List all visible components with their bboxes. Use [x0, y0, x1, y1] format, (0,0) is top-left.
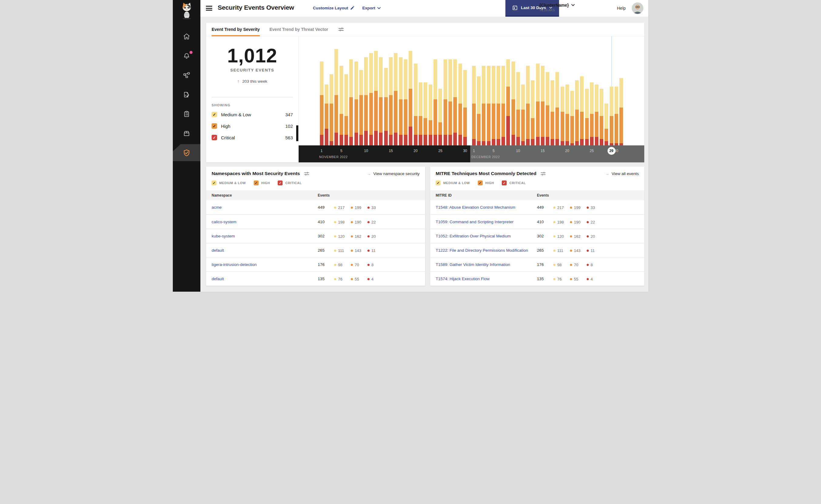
selected-day-marker[interactable]: 29	[607, 147, 615, 155]
row-name-link[interactable]: acme	[212, 205, 222, 210]
severity-filter-high[interactable]: ✓HIGH	[254, 181, 270, 185]
sidebar-item-compliance[interactable]	[173, 104, 200, 124]
bar-november-2[interactable]	[325, 85, 328, 145]
bar-december-27[interactable]	[600, 89, 603, 145]
bar-december-15[interactable]	[541, 66, 544, 145]
checkbox-checked-icon[interactable]: ✓	[212, 112, 217, 117]
sidebar-item-home[interactable]	[173, 27, 200, 46]
bar-november-22[interactable]	[424, 82, 427, 145]
row-name-link[interactable]: default	[212, 248, 224, 253]
row-name-link[interactable]: T1052: Exfiltration Over Physical Medium	[436, 234, 511, 238]
bar-november-27[interactable]	[448, 59, 452, 145]
tab-event-trend-by-threat-vector[interactable]: Event Trend by Threat Vector	[270, 23, 328, 36]
row-name-link[interactable]: tigera-intrusion-detection	[212, 262, 257, 267]
bar-november-15[interactable]	[389, 57, 393, 145]
row-name-link[interactable]: T1059: Command and Scripting Interpreter	[436, 220, 513, 224]
bar-november-19[interactable]	[409, 51, 412, 145]
bar-november-7[interactable]	[349, 59, 353, 145]
bar-december-20[interactable]	[565, 85, 569, 145]
bar-december-1[interactable]	[472, 66, 476, 145]
bar-december-16[interactable]	[546, 72, 549, 145]
sidebar-item-workloads[interactable]	[173, 124, 200, 143]
bar-november-12[interactable]	[374, 51, 378, 145]
avatar[interactable]	[632, 2, 643, 14]
sidebar-item-threat-defense[interactable]	[173, 144, 200, 161]
bar-december-19[interactable]	[560, 87, 564, 145]
bar-november-3[interactable]	[330, 74, 333, 145]
bar-december-10[interactable]	[516, 72, 520, 145]
bar-december-28[interactable]	[604, 104, 608, 145]
bar-december-25[interactable]	[590, 82, 593, 145]
severity-filter-critical[interactable]: ✓CRITICAL	[502, 181, 526, 185]
customize-layout-button[interactable]: Customize Layout	[313, 6, 354, 10]
view-all-events-link[interactable]: →View all events	[605, 171, 639, 176]
bar-november-29[interactable]	[458, 64, 462, 145]
checkbox-checked-icon[interactable]: ✓	[436, 181, 440, 185]
bar-december-18[interactable]	[555, 72, 559, 145]
bar-november-25[interactable]	[438, 89, 442, 145]
bar-december-14[interactable]	[536, 64, 540, 145]
cluster-selector[interactable]: {ClusterName} V1.26 AKS	[539, 3, 585, 12]
legend-row-high[interactable]: ✓High102	[212, 120, 293, 132]
severity-filter-medium-low[interactable]: ✓MEDIUM & LOW	[436, 181, 470, 185]
row-name-link[interactable]: default	[212, 277, 224, 281]
checkbox-checked-icon[interactable]: ✓	[212, 123, 217, 129]
row-name-link[interactable]: T1589: Gather Victim Identity Informatio…	[436, 262, 510, 267]
checkbox-checked-icon[interactable]: ✓	[478, 181, 483, 185]
bar-december-2[interactable]	[477, 76, 480, 145]
legend-row-critical[interactable]: ✓Critical563	[212, 132, 293, 143]
row-name-link[interactable]: kube-system	[212, 234, 235, 238]
bar-december-22[interactable]	[575, 80, 579, 145]
filter-settings-icon[interactable]	[338, 27, 344, 32]
bar-november-26[interactable]	[444, 59, 447, 145]
bar-november-18[interactable]	[404, 59, 407, 145]
checkbox-checked-icon[interactable]: ✓	[212, 135, 217, 140]
bar-november-5[interactable]	[340, 66, 343, 145]
bar-november-16[interactable]	[394, 53, 397, 145]
bar-december-6[interactable]	[497, 66, 500, 145]
checkbox-checked-icon[interactable]: ✓	[278, 181, 283, 185]
filter-settings-icon[interactable]	[304, 171, 309, 176]
severity-filter-critical[interactable]: ✓CRITICAL	[278, 181, 302, 185]
bar-november-8[interactable]	[354, 61, 358, 145]
bar-november-13[interactable]	[379, 57, 383, 145]
hamburger-icon[interactable]	[206, 6, 212, 11]
bar-november-23[interactable]	[429, 85, 432, 145]
bar-november-28[interactable]	[453, 59, 457, 145]
severity-filter-medium-low[interactable]: ✓MEDIUM & LOW	[212, 181, 246, 185]
bar-november-6[interactable]	[344, 74, 348, 145]
legend-row-medium-low[interactable]: ✓Medium & Low347	[212, 109, 293, 120]
bar-december-30[interactable]	[614, 87, 618, 145]
checkbox-checked-icon[interactable]: ✓	[502, 181, 507, 185]
checkbox-checked-icon[interactable]: ✓	[212, 181, 217, 185]
sidebar-item-service-graph[interactable]	[173, 65, 200, 85]
bar-november-17[interactable]	[399, 57, 403, 145]
bar-december-4[interactable]	[487, 66, 490, 145]
bar-december-26[interactable]	[595, 85, 598, 145]
bar-november-11[interactable]	[369, 53, 373, 145]
view-namespace-security-link[interactable]: →View namespace security	[367, 171, 420, 176]
bar-december-23[interactable]	[580, 76, 583, 145]
bar-december-17[interactable]	[550, 80, 554, 145]
bar-december-31[interactable]	[620, 78, 623, 145]
row-name-link[interactable]: calico-system	[212, 220, 237, 224]
bar-december-7[interactable]	[501, 66, 505, 145]
row-name-link[interactable]: T1222: File and Directory Permissions Mo…	[436, 248, 528, 253]
sidebar-item-alerts[interactable]	[173, 46, 200, 65]
bar-december-3[interactable]	[482, 66, 485, 145]
bar-november-9[interactable]	[359, 70, 363, 145]
severity-filter-high[interactable]: ✓HIGH	[478, 181, 494, 185]
bar-november-30[interactable]	[463, 70, 467, 145]
bar-december-9[interactable]	[511, 61, 515, 145]
bar-december-5[interactable]	[492, 66, 495, 145]
bar-december-13[interactable]	[531, 80, 534, 145]
bar-december-21[interactable]	[570, 91, 574, 145]
bar-november-14[interactable]	[384, 68, 388, 145]
help-link[interactable]: Help	[617, 6, 626, 11]
filter-settings-icon[interactable]	[540, 171, 546, 176]
bar-november-10[interactable]	[364, 57, 368, 145]
bar-december-29[interactable]	[610, 87, 613, 145]
export-button[interactable]: Export	[362, 6, 381, 10]
bar-december-8[interactable]	[506, 59, 510, 145]
sidebar-item-logs[interactable]	[173, 85, 200, 104]
